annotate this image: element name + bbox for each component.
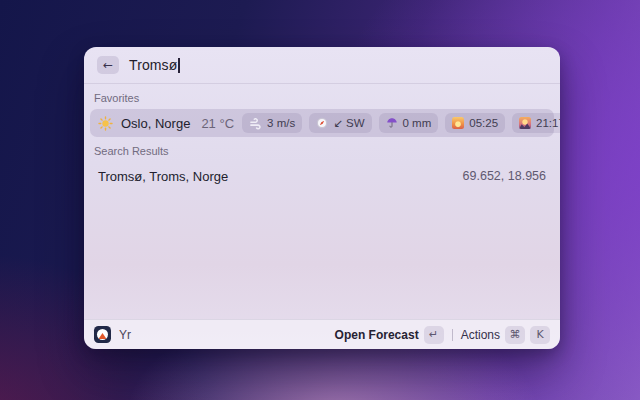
back-button[interactable]: ← (97, 56, 119, 74)
search-bar: ← Tromsø (84, 47, 560, 84)
umbrella-icon (386, 117, 398, 129)
open-forecast-action[interactable]: Open Forecast ↵ (335, 326, 444, 344)
wind-speed-badge: 3 m/s (242, 113, 302, 133)
command-key-badge: ⌘ (505, 326, 525, 344)
precipitation-badge: 0 mm (379, 113, 439, 133)
actions-menu-button[interactable]: Actions ⌘ K (461, 326, 550, 344)
yr-app-icon (94, 326, 111, 343)
k-key-badge: K (530, 326, 550, 344)
result-coordinates: 69.652, 18.956 (463, 169, 546, 183)
results-list: Favorites Oslo, Norge 21 °C (84, 84, 560, 319)
result-title: Tromsø, Troms, Norge (98, 169, 228, 184)
sunrise-icon (452, 117, 464, 129)
back-arrow-icon: ← (103, 59, 113, 71)
compass-icon (316, 117, 328, 129)
text-cursor (178, 58, 180, 73)
sunset-badge: 21:17 (512, 113, 560, 133)
wind-direction-badge: ↙ SW (309, 113, 371, 133)
favorite-title: Oslo, Norge (121, 116, 190, 131)
search-value: Tromsø (129, 57, 177, 73)
footer-bar: Yr Open Forecast ↵ Actions ⌘ K (84, 319, 560, 349)
list-item-oslo[interactable]: Oslo, Norge 21 °C 3 m/s (90, 109, 554, 137)
sunrise-badge: 05:25 (445, 113, 505, 133)
search-input[interactable]: Tromsø (129, 57, 180, 73)
footer-actions: Open Forecast ↵ Actions ⌘ K (335, 326, 550, 344)
return-key-badge: ↵ (424, 326, 444, 344)
sun-icon (98, 116, 113, 131)
favorite-accessories: 3 m/s ↙ SW (242, 113, 560, 133)
wind-icon (249, 117, 262, 130)
section-header-favorites: Favorites (94, 92, 550, 104)
list-item-tromso[interactable]: Tromsø, Troms, Norge 69.652, 18.956 (90, 162, 554, 190)
section-header-search-results: Search Results (94, 145, 550, 157)
footer-divider (452, 329, 453, 341)
launcher-window: ← Tromsø Favorites Oslo, Norge (84, 47, 560, 349)
favorite-temperature: 21 °C (201, 116, 234, 131)
sunset-icon (519, 117, 531, 129)
app-name: Yr (119, 328, 131, 342)
